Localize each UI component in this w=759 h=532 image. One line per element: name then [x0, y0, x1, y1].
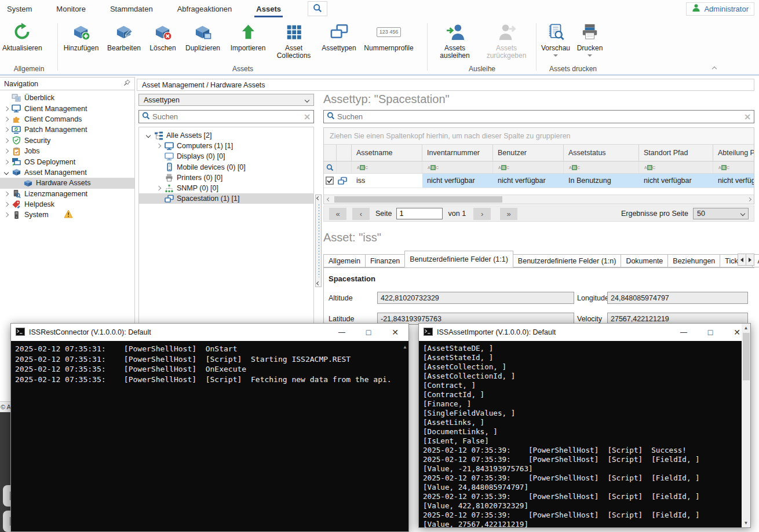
scrollbar-thumb[interactable] [743, 333, 750, 380]
tab-finanzen[interactable]: Finanzen [365, 254, 405, 267]
number-profiles-button[interactable]: 123 456 Nummernprofile [361, 17, 417, 52]
scroll-up-icon[interactable]: ▲ [742, 325, 750, 331]
filter-standort-pfad[interactable]: ABC [639, 162, 713, 173]
minimize-button[interactable]: — [329, 324, 355, 341]
sidebar-item-client-commands[interactable]: Client Commands [0, 114, 134, 124]
close-button[interactable]: ✕ [382, 324, 408, 341]
column-assetstatus[interactable]: Assetstatus [564, 145, 639, 161]
column-abteilung-pfad[interactable]: Abteilung Pfad [713, 145, 754, 161]
menu-abfrageaktionen[interactable]: Abfrageaktionen [177, 5, 232, 13]
page-input[interactable] [396, 208, 443, 219]
filter-inventarnummer[interactable]: ABC [422, 162, 493, 173]
sidebar-item-client-management[interactable]: Client Management [0, 103, 134, 113]
clear-search-icon[interactable]: ✕ [304, 112, 311, 122]
console-window-issrestconnector[interactable]: ISSRestConnector (V.1.0.0.0): Default — … [10, 323, 409, 532]
asset-search-input[interactable] [337, 112, 744, 121]
pin-icon[interactable] [123, 79, 130, 88]
assettypes-button[interactable]: Assettypen [317, 17, 361, 52]
filter-assetstatus[interactable]: ABC [564, 162, 639, 173]
refresh-button[interactable]: Aktualisieren [2, 17, 42, 52]
asset-collections-button[interactable]: Asset Collections [271, 17, 317, 60]
scroll-down-icon[interactable]: ▼ [742, 520, 750, 526]
console-titlebar[interactable]: ISSRestConnector (V.1.0.0.0): Default — … [11, 324, 408, 341]
column-assetname[interactable]: Assetname [352, 145, 422, 161]
filter-benutzer[interactable]: ABC [493, 162, 564, 173]
tree-item-spacestation[interactable]: Spacestation (1) [1] [139, 193, 313, 204]
panel-splitter[interactable] [315, 195, 322, 287]
delete-asset-button[interactable]: Löschen [145, 17, 180, 52]
tree-item-computers[interactable]: Computers (1) [1] [139, 141, 313, 151]
sidebar-item-os-deployment[interactable]: OS Deployment [0, 156, 134, 167]
console-titlebar[interactable]: ISSAssetImporter (V.1.0.0.0): Default — … [419, 324, 750, 341]
tree-search-box[interactable]: ✕ [138, 110, 314, 123]
group-by-bar[interactable]: Ziehen Sie einen Spaltenkopf hierhin, um… [324, 128, 754, 145]
tab-dokumente[interactable]: Dokumente [621, 254, 668, 267]
edit-asset-button[interactable]: Bearbeiten [103, 17, 145, 52]
return-assets-button[interactable]: Assets zurückgeben [480, 17, 532, 60]
minimize-button[interactable]: — [670, 324, 697, 341]
scroll-right-icon[interactable] [745, 198, 754, 201]
sidebar-item-asset-management[interactable]: Asset Management [0, 167, 134, 178]
menu-stammdaten[interactable]: Stammdaten [110, 5, 153, 13]
asset-search-box[interactable]: ✕ [323, 110, 754, 123]
column-benutzer[interactable]: Benutzer [493, 145, 564, 161]
tab-scroll-left-icon[interactable] [738, 254, 746, 266]
global-search-button[interactable] [308, 1, 327, 16]
table-row[interactable]: iss nicht verfügbar nicht verfügbar In B… [324, 174, 754, 188]
filter-abteilung-pfad[interactable]: ABC [713, 162, 754, 173]
collapse-left-icon[interactable] [316, 281, 320, 285]
tree-item-printers[interactable]: Printers (0) [0] [139, 173, 313, 183]
clear-search-icon[interactable]: ✕ [744, 112, 751, 122]
scroll-up-icon[interactable]: ▲ [403, 344, 407, 350]
tab-benutzerdefinierte-felder-1-1[interactable]: Benutzerdefinierte Felder (1:1) [404, 251, 513, 267]
column-inventarnummer[interactable]: Inventarnummer [422, 145, 493, 161]
assettypes-dropdown[interactable]: Assettypen [138, 94, 314, 106]
vertical-scrollbar[interactable]: ▲ ▼ [742, 324, 750, 527]
tab-allgemein[interactable]: Allgemein [323, 254, 366, 267]
preview-button[interactable]: Vorschau [538, 17, 573, 57]
sidebar-item-lizenzmanagement[interactable]: Lizenzmanagement [0, 189, 134, 199]
tab-beziehungen[interactable]: Beziehungen [667, 254, 720, 267]
first-page-button[interactable]: « [329, 208, 346, 220]
menu-assets[interactable]: Assets [256, 5, 281, 13]
scrollbar-thumb[interactable] [334, 196, 502, 203]
print-button[interactable]: Drucken [573, 17, 607, 57]
sidebar-item-hardware-assets[interactable]: Hardware Assets [0, 178, 134, 188]
prev-page-button[interactable]: ‹ [352, 208, 370, 220]
horizontal-scrollbar[interactable] [324, 195, 754, 204]
sidebar-item-patch-management[interactable]: Patch Management [0, 124, 134, 135]
tab-benutzerdefinierte-felder-1-n[interactable]: Benutzerdefinierte Felder (1:n) [513, 254, 622, 267]
maximize-button[interactable]: □ [697, 324, 724, 341]
sidebar-item-system[interactable]: System [0, 210, 134, 220]
maximize-button[interactable]: □ [355, 324, 382, 341]
tree-item-displays[interactable]: Displays (0) [0] [139, 151, 313, 162]
sidebar-item-helpdesk[interactable]: Helpdesk [0, 199, 134, 210]
field-altitude[interactable]: 422,81020732329 [377, 292, 574, 304]
duplicate-asset-button[interactable]: Duplizieren [180, 17, 225, 52]
menu-monitore[interactable]: Monitore [56, 5, 86, 13]
row-checkbox[interactable] [324, 174, 337, 188]
sidebar-item-security[interactable]: Security [0, 135, 134, 146]
sidebar-item-jobs[interactable]: Jobs [0, 146, 134, 156]
sidebar-item-ueberblick[interactable]: Überblick [0, 93, 134, 103]
scroll-left-icon[interactable] [324, 198, 333, 201]
select-column-header[interactable] [324, 145, 337, 161]
menu-system[interactable]: System [7, 5, 32, 13]
lend-assets-button[interactable]: Assets ausleihen [429, 17, 480, 60]
last-page-button[interactable]: » [500, 208, 517, 220]
add-asset-button[interactable]: Hinzufügen [60, 17, 103, 52]
import-assets-button[interactable]: Importieren [225, 17, 271, 52]
field-longitude[interactable]: 24,848085974797 [607, 292, 748, 304]
console-window-issassetimporter[interactable]: ISSAssetImporter (V.1.0.0.0): Default — … [418, 323, 751, 528]
collapse-ribbon-icon[interactable] [712, 67, 717, 71]
per-page-dropdown[interactable]: 50 [693, 208, 749, 219]
column-standort-pfad[interactable]: Standort Pfad [639, 145, 713, 161]
tree-item-mobile-devices[interactable]: Mobile devices (0) [0] [139, 162, 313, 173]
tree-item-alle-assets[interactable]: Alle Assets [2] [139, 130, 313, 141]
collapse-left-icon[interactable] [316, 196, 320, 200]
tree-search-input[interactable] [152, 112, 304, 121]
user-badge[interactable]: Administrator [686, 2, 754, 16]
tab-scroll-right-icon[interactable] [746, 254, 754, 266]
tree-item-snmp[interactable]: SNMP (0) [0] [139, 183, 313, 193]
filter-assetname[interactable]: ABC [352, 162, 422, 173]
